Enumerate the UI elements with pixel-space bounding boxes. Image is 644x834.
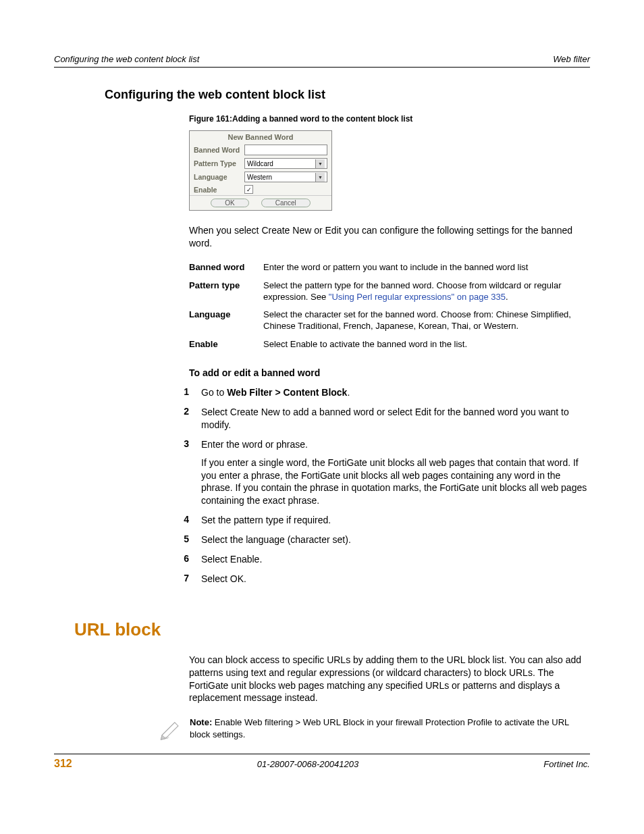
step-number: 5: [176, 533, 189, 546]
header-right: Web filter: [553, 54, 590, 64]
step-text: Enter the word or phrase.If you enter a …: [201, 438, 590, 507]
step-number: 7: [176, 573, 189, 585]
dialog-title: New Banned Word: [190, 131, 331, 143]
step-number: 3: [176, 438, 189, 507]
step-text: Select the language (character set).: [201, 533, 590, 546]
step-text: Select Enable.: [201, 553, 590, 566]
figure-screenshot: New Banned Word Banned Word Pattern Type…: [189, 130, 332, 211]
footer-docid: 01-28007-0068-20041203: [257, 759, 358, 769]
figure-caption: Figure 161:Adding a banned word to the c…: [189, 114, 590, 124]
note-icon: [159, 718, 184, 744]
def-term: Enable: [189, 339, 263, 350]
step-number: 6: [176, 553, 189, 566]
label-enable: Enable: [194, 186, 244, 194]
footer: 312 01-28007-0068-20041203 Fortinet Inc.: [54, 754, 590, 770]
input-banned-word[interactable]: [244, 145, 327, 155]
footer-company: Fortinet Inc.: [543, 759, 590, 769]
def-desc: Select the character set for the banned …: [263, 309, 590, 332]
checkbox-enable[interactable]: ✓: [244, 185, 253, 194]
chevron-down-icon: ▼: [315, 173, 325, 182]
def-term: Banned word: [189, 262, 263, 273]
step-number: 2: [176, 406, 189, 432]
section-heading: Configuring the web content block list: [105, 88, 590, 102]
step-text: Go to Web Filter > Content Block.: [201, 386, 590, 399]
url-block-paragraph: You can block access to specific URLs by…: [189, 654, 590, 705]
label-banned-word: Banned Word: [194, 146, 244, 154]
definition-table: Banned word Enter the word or pattern yo…: [189, 262, 590, 350]
ok-button[interactable]: OK: [211, 199, 248, 207]
step-text: Select Create New to add a banned word o…: [201, 406, 590, 432]
def-desc: Enter the word or pattern you want to in…: [263, 262, 590, 273]
cancel-button[interactable]: Cancel: [261, 199, 311, 207]
step-text: Set the pattern type if required.: [201, 514, 590, 527]
label-language: Language: [194, 173, 244, 181]
def-desc: Select Enable to activate the banned wor…: [263, 339, 590, 350]
def-desc: Select the pattern type for the banned w…: [263, 280, 590, 303]
select-language[interactable]: Western▼: [244, 172, 327, 182]
def-term: Pattern type: [189, 280, 263, 303]
def-term: Language: [189, 309, 263, 332]
note-text: Note: Enable Web filtering > Web URL Blo…: [190, 716, 590, 740]
step-number: 4: [176, 514, 189, 527]
chevron-down-icon: ▼: [315, 159, 325, 168]
step-text: Select OK.: [201, 573, 590, 585]
label-pattern-type: Pattern Type: [194, 159, 244, 167]
procedure-heading: To add or edit a banned word: [189, 367, 590, 378]
running-header: Configuring the web content block list W…: [54, 54, 590, 68]
header-left: Configuring the web content block list: [54, 54, 199, 64]
procedure-steps: 1Go to Web Filter > Content Block. 2Sele…: [176, 386, 590, 585]
note-block: Note: Enable Web filtering > Web URL Blo…: [159, 716, 590, 744]
page-number: 312: [54, 758, 72, 770]
step-number: 1: [176, 386, 189, 399]
intro-paragraph: When you select Create New or Edit you c…: [189, 224, 590, 250]
cross-ref-link[interactable]: "Using Perl regular expressions" on page…: [329, 292, 506, 302]
select-pattern-type[interactable]: Wildcard▼: [244, 158, 327, 169]
major-heading: URL block: [74, 619, 590, 640]
